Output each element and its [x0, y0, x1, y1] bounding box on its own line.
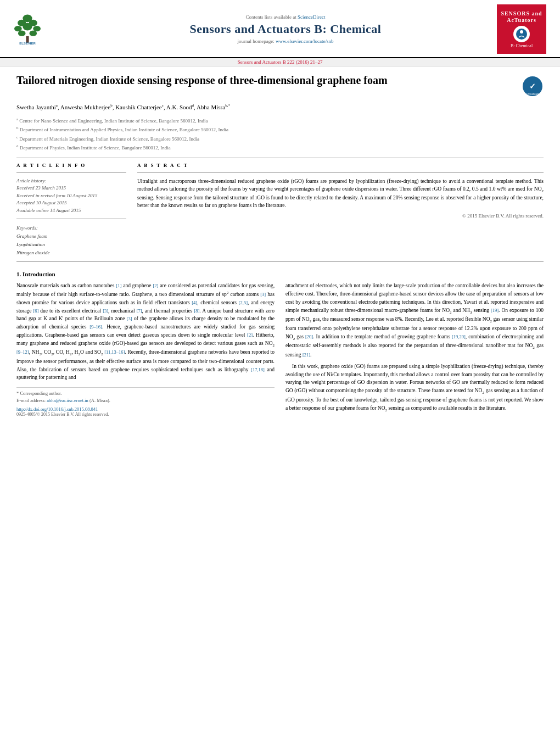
sciencedirect-link[interactable]: ScienceDirect — [298, 14, 325, 20]
sensors-badge-subtext: B: Chemical — [511, 43, 533, 48]
homepage-label: journal homepage: — [238, 38, 275, 44]
authors-line: Swetha Jayanthia, Anwesha Mukherjeeb, Ka… — [16, 103, 544, 112]
sensors-badge-icon — [513, 26, 530, 42]
header-right: SENSORS andAcTuators B: Chemical — [494, 4, 549, 54]
journal-title: Sensors and Actuators B: Chemical — [190, 22, 382, 36]
elsevier-tree-icon: ELSEVIER — [11, 13, 44, 46]
article-title: Tailored nitrogen dioxide sensing respon… — [16, 73, 511, 87]
abstract-text: Ultralight and macroporous three-dimensi… — [137, 177, 544, 210]
introduction-section: 1. Introduction Nanoscale materials such… — [16, 271, 544, 416]
article-history-label: Article history: — [16, 177, 126, 185]
affiliation-c: c Department of Materials Engineering, I… — [16, 135, 544, 143]
divider-1 — [16, 158, 544, 158]
body-text-col2: attachment of electrodes, which not only… — [285, 282, 544, 413]
body-text-col1: Nanoscale materials such as carbon nanot… — [16, 282, 275, 382]
footnote-email-line: E-mail address: abha@isu.iisc.ernet.in (… — [16, 397, 275, 404]
elsevier-logo-section: ELSEVIER — [11, 4, 77, 54]
sensors-badge: SENSORS andAcTuators B: Chemical — [497, 4, 546, 54]
affiliation-b: b Department of Instrumentation and Appl… — [16, 125, 544, 134]
article-info-col: A R T I C L E I N F O Article history: R… — [16, 163, 126, 258]
journal-homepage-line: journal homepage: www.elsevier.com/locat… — [238, 38, 334, 44]
keyword-1: Graphene foam — [16, 232, 126, 241]
available-date: Available online 14 August 2015 — [16, 207, 126, 215]
footnote-section: * Corresponding author. E-mail address: … — [16, 387, 275, 404]
affiliation-d: d Department of Physics, Indian Institut… — [16, 143, 544, 152]
affiliation-a: a Centre for Nano Science and Engineerin… — [16, 116, 544, 125]
citation-bar: Sensors and Actuators B 222 (2016) 21–27 — [0, 58, 560, 66]
sciencedirect-line: Contents lists available at ScienceDirec… — [246, 14, 326, 20]
divider-2 — [16, 261, 544, 262]
keywords-hr — [16, 219, 126, 219]
keyword-3: Nitrogen dioxide — [16, 249, 126, 257]
affiliations: a Centre for Nano Science and Engineerin… — [16, 116, 544, 152]
svg-text:✓: ✓ — [529, 82, 536, 91]
sensors-badge-text: SENSORS andAcTuators — [501, 10, 542, 24]
elsevier-logo: ELSEVIER — [11, 13, 44, 46]
section-1-title: 1. Introduction — [16, 271, 544, 277]
article-content: Tailored nitrogen dioxide sensing respon… — [0, 66, 560, 426]
abstract-label: A B S T R A C T — [137, 163, 544, 168]
doi-line[interactable]: http://dx.doi.org/10.1016/j.snb.2015.08.… — [16, 406, 275, 412]
svg-text:CrossMark: CrossMark — [526, 92, 540, 96]
header-center: Contents lists available at ScienceDirec… — [77, 4, 494, 54]
body-two-col: Nanoscale materials such as carbon nanot… — [16, 282, 544, 416]
contents-label: Contents lists available at — [246, 14, 296, 20]
keywords-label: Keywords: — [16, 225, 126, 232]
journal-header: ELSEVIER Contents lists available at Sci… — [0, 0, 560, 58]
body-col-left: Nanoscale materials such as carbon nanot… — [16, 282, 275, 416]
svg-text:ELSEVIER: ELSEVIER — [19, 42, 36, 45]
svg-point-12 — [520, 30, 523, 34]
keywords-section: Keywords: Graphene foam Lyophilization N… — [16, 225, 126, 257]
crossmark-badge: ✓ CrossMark — [522, 75, 544, 97]
journal-homepage-link[interactable]: www.elsevier.com/locate/snb — [276, 38, 333, 44]
revised-date: Received in revised form 10 August 2015 — [16, 192, 126, 200]
footnote-email-link[interactable]: abha@isu.iisc.ernet.in — [47, 398, 88, 403]
accepted-date: Accepted 10 August 2015 — [16, 199, 126, 207]
footnote-corresponding: * Corresponding author. — [16, 390, 275, 397]
svg-point-7 — [18, 31, 26, 36]
footnote-email-person: (A. Misra). — [89, 398, 110, 403]
article-info-label: A R T I C L E I N F O — [16, 163, 126, 168]
info-hr — [16, 172, 126, 173]
issn-line: 0925-4005/© 2015 Elsevier B.V. All right… — [16, 412, 275, 417]
footnote-email-label: E-mail address: — [16, 398, 46, 403]
abstract-hr — [137, 172, 544, 173]
svg-point-5 — [23, 23, 32, 31]
keyword-2: Lyophilization — [16, 241, 126, 249]
article-title-section: Tailored nitrogen dioxide sensing respon… — [16, 73, 544, 97]
received-date: Received 23 March 2015 — [16, 185, 126, 192]
svg-point-4 — [14, 26, 22, 31]
svg-point-8 — [29, 31, 37, 36]
abstract-col: A B S T R A C T Ultralight and macroporo… — [137, 163, 544, 258]
page: ELSEVIER Contents lists available at Sci… — [0, 0, 560, 742]
info-abstract-section: A R T I C L E I N F O Article history: R… — [16, 163, 544, 258]
body-col-right: attachment of electrodes, which not only… — [285, 282, 544, 416]
abstract-copyright: © 2015 Elsevier B.V. All rights reserved… — [137, 213, 544, 219]
svg-point-6 — [33, 26, 41, 31]
